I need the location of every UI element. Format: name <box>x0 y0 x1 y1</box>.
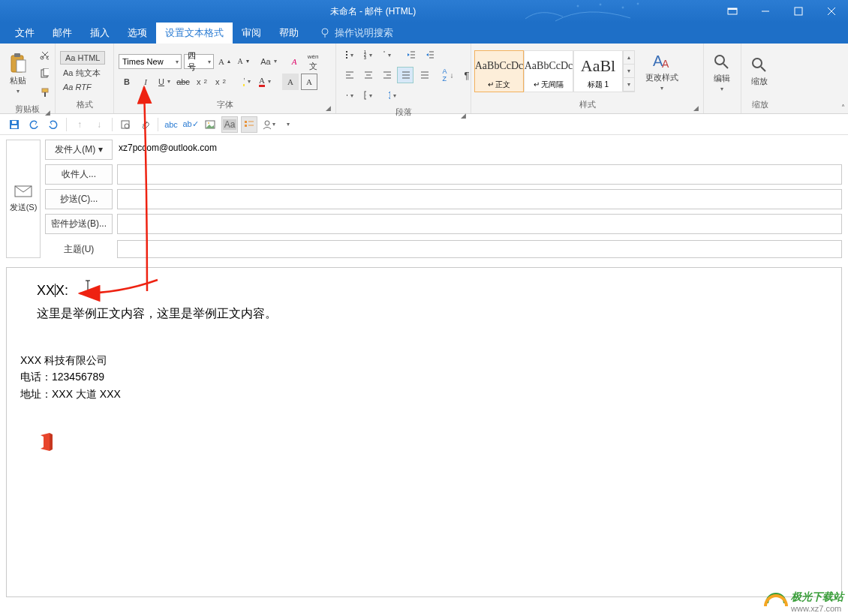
bullets-button[interactable]: ▾ <box>341 47 357 63</box>
font-name-combo[interactable]: Times New▾ <box>119 54 182 69</box>
cc-input[interactable] <box>117 189 842 209</box>
format-painter-button[interactable] <box>36 84 53 101</box>
minimize-button[interactable] <box>749 0 782 23</box>
styles-launcher[interactable]: ◢ <box>693 104 699 112</box>
tab-mail[interactable]: 邮件 <box>44 23 81 44</box>
clipboard-group-label: 剪贴板◢ <box>3 102 52 118</box>
permissions-button[interactable]: ▾ <box>260 116 277 133</box>
signature-block: XXX 科技有限公司 电话：123456789 地址：XXX 大道 XXX <box>20 352 811 402</box>
line-spacing-button[interactable]: ▾ <box>383 87 400 104</box>
ribbon-display-options[interactable] <box>716 0 749 23</box>
grow-font-button[interactable]: A▴ <box>216 53 233 70</box>
subject-input[interactable] <box>117 240 842 258</box>
bold-button[interactable]: B <box>119 74 135 90</box>
font-launcher[interactable]: ◢ <box>326 104 331 112</box>
highlight-button[interactable]: ▾ <box>238 74 254 90</box>
underline-button[interactable]: U▾ <box>156 74 173 90</box>
send-button[interactable]: 发送(S) <box>6 140 41 258</box>
body-content: 这里是举例正文内容，这里是举例正文内容。 <box>37 306 811 322</box>
subject-label: 主题(U) <box>45 243 113 256</box>
decrease-indent-button[interactable] <box>402 47 419 63</box>
multilevel-list-button[interactable]: ▾ <box>378 47 395 63</box>
list-tool[interactable] <box>241 116 257 133</box>
attach-file-button[interactable] <box>137 116 153 133</box>
insert-picture-button[interactable] <box>202 116 218 133</box>
paragraph-launcher[interactable]: ◢ <box>461 112 466 119</box>
bcc-button[interactable]: 密件抄送(B)... <box>45 214 113 234</box>
shading-button[interactable]: ▾ <box>341 87 357 104</box>
qat-customize[interactable]: ▾ <box>280 116 296 133</box>
superscript-button[interactable]: x2 <box>212 74 229 90</box>
to-button[interactable]: 收件人... <box>45 164 113 185</box>
zoom-icon <box>750 56 768 74</box>
align-right-button[interactable] <box>378 67 395 83</box>
align-center-button[interactable] <box>359 67 376 83</box>
to-input[interactable] <box>117 164 842 185</box>
shrink-font-button[interactable]: A▾ <box>235 53 251 70</box>
paste-button[interactable]: 粘贴 ▾ <box>3 51 33 96</box>
clear-formatting-button[interactable]: A <box>286 53 302 70</box>
svg-rect-78 <box>245 121 247 123</box>
highlight-icon <box>242 77 245 87</box>
strikethrough-button[interactable]: abc <box>175 74 191 90</box>
change-case-button[interactable]: Aa▾ <box>260 53 277 70</box>
phonetic-guide-button[interactable]: wén文 <box>305 53 321 70</box>
undo-button[interactable] <box>26 116 42 133</box>
svg-line-68 <box>723 64 728 68</box>
subscript-button[interactable]: x2 <box>194 74 210 90</box>
tab-format-text[interactable]: 设置文本格式 <box>156 23 233 44</box>
copy-icon <box>40 68 49 79</box>
tab-insert[interactable]: 插入 <box>81 23 119 44</box>
clipboard-launcher[interactable]: ◢ <box>45 109 50 116</box>
bcc-input[interactable] <box>117 214 842 234</box>
text-highlight-tool[interactable]: Aa <box>221 116 238 133</box>
print-preview-button[interactable] <box>117 116 134 133</box>
next-item-button[interactable]: ↓ <box>91 116 107 133</box>
close-button[interactable] <box>815 0 848 23</box>
copy-button[interactable] <box>36 65 53 82</box>
numbering-button[interactable]: 123▾ <box>359 47 376 63</box>
svg-point-69 <box>753 59 762 68</box>
spelling-check-button[interactable]: ab✓ <box>182 116 199 133</box>
from-button[interactable]: 发件人(M) ▾ <box>45 140 113 160</box>
svg-point-1 <box>600 4 601 5</box>
char-border-button[interactable]: A <box>301 74 317 90</box>
tell-me-search[interactable]: 操作说明搜索 <box>314 23 399 44</box>
style-no-spacing[interactable]: AaBbCcDc↵ 无间隔 <box>524 50 573 92</box>
style-heading1[interactable]: AaBl标题 1 <box>573 50 623 92</box>
style-normal[interactable]: AaBbCcDc↵ 正文 <box>474 50 524 92</box>
greeting-text: XX <box>37 283 55 298</box>
style-gallery-scroll[interactable]: ▴▾▾ <box>623 50 635 92</box>
prev-item-button[interactable]: ↑ <box>71 116 88 133</box>
mail-body-editor[interactable]: XXX: 这里是举例正文内容，这里是举例正文内容。 XXX 科技有限公司 电话：… <box>6 267 842 597</box>
change-styles-button[interactable]: AA 更改样式▾ <box>642 50 681 93</box>
sort-button[interactable]: AZ↓ <box>440 67 456 83</box>
tab-options[interactable]: 选项 <box>119 23 156 44</box>
borders-button[interactable]: ▾ <box>359 87 376 104</box>
tab-review[interactable]: 审阅 <box>233 23 270 44</box>
distributed-button[interactable] <box>416 67 432 83</box>
cut-button[interactable] <box>36 47 53 63</box>
html-format-button[interactable]: Aa HTML <box>60 51 105 65</box>
redo-button[interactable] <box>45 116 62 133</box>
tab-help[interactable]: 帮助 <box>270 23 308 44</box>
tab-file[interactable]: 文件 <box>6 23 44 44</box>
editing-button[interactable]: 编辑▾ <box>707 52 737 94</box>
char-shading-button[interactable]: A <box>282 74 299 90</box>
font-color-button[interactable]: A▾ <box>257 74 273 90</box>
paragraph-group-label: 段落◢ <box>339 105 468 121</box>
save-button[interactable] <box>6 116 23 133</box>
font-size-combo[interactable]: 四号▾ <box>184 54 214 69</box>
rtf-button[interactable]: Aa RTF <box>60 82 105 92</box>
cc-button[interactable]: 抄送(C)... <box>45 189 113 209</box>
italic-button[interactable]: I <box>137 74 154 90</box>
collapse-ribbon-button[interactable]: ˄ <box>841 104 845 112</box>
plain-text-button[interactable]: Aa 纯文本 <box>60 67 105 80</box>
align-left-button[interactable] <box>341 67 357 83</box>
spelling-button[interactable]: abc <box>163 116 179 133</box>
from-value: xz7pccom@outlook.com <box>117 140 842 160</box>
align-justify-button[interactable] <box>397 67 413 83</box>
maximize-button[interactable] <box>782 0 815 23</box>
zoom-button[interactable]: 缩放 <box>744 55 774 89</box>
increase-indent-button[interactable] <box>421 47 438 63</box>
